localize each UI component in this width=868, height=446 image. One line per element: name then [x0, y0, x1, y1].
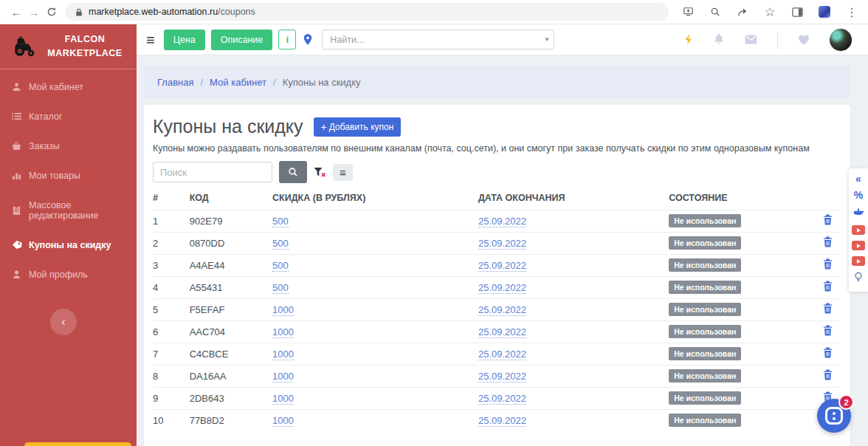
end-date-link[interactable]: 25.09.2022	[478, 371, 526, 382]
discount-link[interactable]: 1000	[272, 304, 294, 316]
col-header-status: СОСТОЯНИЕ	[669, 187, 818, 210]
delete-coupon-button[interactable]	[823, 347, 833, 358]
add-coupon-label: Добавить купон	[329, 122, 394, 132]
sidebar-item-coupons[interactable]: Купоны на скидку	[0, 230, 137, 260]
discount-link[interactable]: 1000	[272, 393, 294, 405]
col-header-discount: СКИДКА (В РУБЛЯХ)	[272, 187, 478, 210]
lightning-button[interactable]	[683, 33, 693, 46]
user-avatar[interactable]	[830, 29, 852, 51]
discount-link[interactable]: 500	[272, 260, 289, 272]
end-date-link[interactable]: 25.09.2022	[478, 304, 526, 316]
bookmark-star-button[interactable]: ☆	[761, 3, 779, 21]
breadcrumb-cabinet-link[interactable]: Мой кабинет	[210, 77, 266, 88]
row-number: 5	[153, 299, 190, 321]
description-button[interactable]: Описание	[211, 30, 273, 50]
browser-forward-button[interactable]: →	[25, 3, 43, 21]
bar-chart-icon	[12, 171, 22, 180]
end-date-link[interactable]: 25.09.2022	[478, 238, 526, 250]
rail-collapse-button[interactable]: «	[855, 174, 861, 184]
discount-link[interactable]: 1000	[272, 371, 294, 382]
plus-icon: +	[321, 122, 327, 132]
discount-link[interactable]: 1000	[272, 415, 294, 427]
rail-video-button-1[interactable]	[852, 225, 865, 235]
delete-coupon-button[interactable]	[823, 369, 833, 380]
brand[interactable]: FALCON MARKETPLACE	[0, 24, 137, 69]
favorites-heart-button[interactable]	[798, 35, 810, 45]
browser-reload-button[interactable]	[43, 3, 61, 21]
sidebar-item-label: Мой профиль	[29, 270, 88, 280]
price-button[interactable]: Цена	[164, 30, 205, 50]
breadcrumb-current: Купоны на скидку	[283, 77, 361, 88]
install-app-button[interactable]	[679, 3, 697, 21]
delete-coupon-button[interactable]	[823, 303, 833, 314]
rail-video-button-3[interactable]	[852, 256, 865, 266]
end-date-link[interactable]: 25.09.2022	[478, 282, 526, 294]
delete-coupon-button[interactable]	[823, 236, 833, 247]
install-icon	[683, 7, 694, 17]
global-search-input[interactable]	[322, 30, 554, 49]
sidebar-item-label: Мои товары	[29, 171, 80, 181]
discount-link[interactable]: 500	[272, 282, 289, 294]
rail-hand-pointer-button[interactable]	[853, 206, 864, 219]
delete-coupon-button[interactable]	[823, 325, 833, 336]
rail-idea-button[interactable]	[854, 272, 863, 286]
share-button[interactable]	[734, 3, 751, 21]
clipboard-icon	[12, 205, 22, 215]
add-coupon-button[interactable]: + Добавить купон	[314, 117, 402, 137]
chat-widget-button[interactable]: 2	[817, 399, 851, 433]
delete-coupon-button[interactable]	[823, 258, 833, 270]
discount-link[interactable]: 500	[272, 216, 289, 227]
clear-filter-button[interactable]	[311, 165, 328, 179]
notifications-bell-button[interactable]	[713, 33, 725, 46]
page-description: Купоны можно раздавать пользователям по …	[153, 143, 840, 154]
sidebar-collapse-button[interactable]: ‹	[50, 309, 77, 335]
row-number: 7	[153, 343, 190, 366]
extension-button[interactable]	[816, 3, 833, 21]
filter-clear-icon	[314, 167, 326, 178]
end-date-link[interactable]: 25.09.2022	[478, 415, 526, 427]
col-header-actions	[818, 187, 840, 210]
url-path: /coupons	[218, 7, 255, 17]
delete-coupon-button[interactable]	[823, 281, 833, 292]
zoom-button[interactable]	[706, 3, 724, 21]
messages-button[interactable]	[745, 35, 757, 44]
status-badge: Не использован	[669, 303, 741, 316]
rail-percent-button[interactable]: %	[854, 190, 863, 200]
delete-coupon-button[interactable]	[823, 214, 833, 225]
info-button[interactable]: i	[278, 30, 296, 49]
end-date-link[interactable]: 25.09.2022	[478, 349, 526, 360]
chat-icon-dot	[833, 412, 836, 415]
sidebar-item-label: Заказы	[29, 141, 60, 151]
trash-icon	[823, 258, 833, 270]
side-panel-button[interactable]	[788, 3, 806, 21]
trash-icon	[823, 303, 833, 314]
end-date-link[interactable]: 25.09.2022	[478, 260, 526, 272]
table-search-input[interactable]	[153, 162, 272, 182]
sidebar-item-profile[interactable]: Мой профиль	[0, 260, 137, 289]
breadcrumb-home-link[interactable]: Главная	[157, 77, 193, 88]
lock-icon	[75, 7, 83, 17]
coupon-code: 902E79	[190, 210, 272, 233]
sidebar-item-orders[interactable]: Заказы	[0, 131, 137, 161]
discount-link[interactable]: 500	[272, 238, 289, 250]
end-date-link[interactable]: 25.09.2022	[478, 216, 526, 227]
rail-video-button-2[interactable]	[852, 241, 865, 250]
location-pin-icon[interactable]	[303, 33, 313, 46]
menu-toggle-icon[interactable]: ≡	[146, 32, 155, 47]
discount-link[interactable]: 1000	[272, 349, 294, 360]
global-search-combobox[interactable]: ▾	[322, 30, 554, 49]
coupon-code: 2DB643	[190, 388, 272, 410]
sidebar-item-catalog[interactable]: Каталог	[0, 102, 137, 131]
browser-back-button[interactable]: ←	[7, 3, 25, 21]
end-date-link[interactable]: 25.09.2022	[478, 326, 526, 338]
profile-icon	[12, 270, 22, 279]
sidebar-item-cabinet[interactable]: Мой кабинет	[0, 72, 137, 102]
browser-address-bar[interactable]: marketplace.web-automation.ru/coupons	[65, 3, 669, 21]
discount-link[interactable]: 1000	[272, 326, 294, 338]
sidebar-item-bulk-edit[interactable]: Массовое редактирование	[0, 191, 137, 230]
table-search-button[interactable]	[279, 161, 307, 183]
browser-menu-button[interactable]: ⋮	[843, 3, 861, 21]
table-view-button[interactable]: ≡	[333, 164, 353, 181]
sidebar-item-products[interactable]: Мои товары	[0, 161, 137, 191]
end-date-link[interactable]: 25.09.2022	[478, 393, 526, 405]
